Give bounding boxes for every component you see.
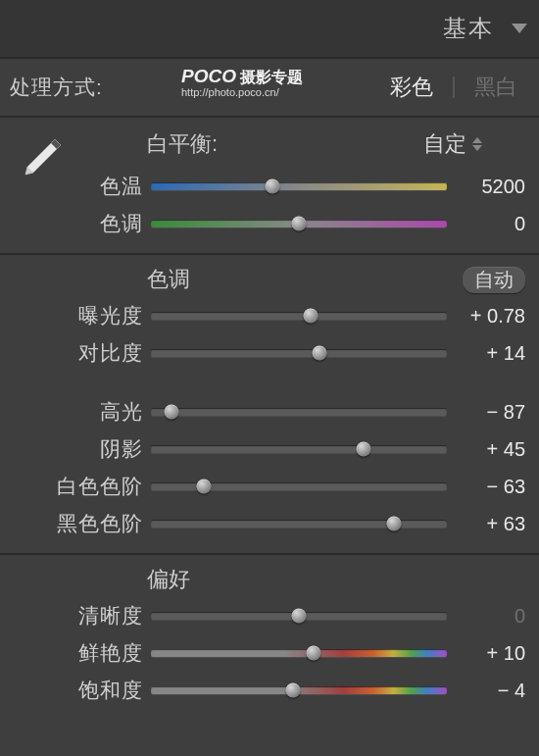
tone-label: 阴影 — [10, 435, 151, 463]
presence-knob[interactable] — [285, 683, 300, 698]
tone-slider-row: 对比度+ 14 — [10, 337, 525, 369]
value-temp[interactable]: 5200 — [447, 176, 525, 198]
knob-tint[interactable] — [292, 217, 307, 231]
tab-color[interactable]: 彩色 — [382, 73, 441, 102]
tone-knob[interactable] — [304, 309, 318, 324]
panel-header[interactable]: 基本 — [0, 0, 539, 59]
watermark: POCO摄影专题 http://photo.poco.cn/ — [181, 67, 303, 98]
tone-label: 白色色阶 — [10, 473, 151, 500]
tone-knob[interactable] — [165, 405, 179, 420]
tone-slider-row: 白色色阶− 63 — [10, 471, 525, 502]
presence-slider-row: 饱和度− 4 — [10, 675, 525, 706]
tone-knob[interactable] — [313, 346, 327, 361]
tone-label: 高光 — [10, 398, 151, 426]
wb-selected-value: 自定 — [423, 129, 466, 159]
basic-panel: 基本 处理方式: POCO摄影专题 http://photo.poco.cn/ … — [0, 0, 539, 756]
presence-value[interactable]: + 10 — [447, 642, 525, 665]
tone-label: 对比度 — [10, 339, 151, 367]
tone-section: 色调 自动 曝光度+ 0.78对比度+ 14高光− 87阴影+ 45白色色阶− … — [0, 255, 539, 555]
tone-value[interactable]: + 0.78 — [447, 305, 525, 328]
tone-value[interactable]: − 87 — [447, 401, 525, 424]
presence-knob[interactable] — [307, 646, 321, 661]
tone-track[interactable] — [151, 343, 447, 363]
watermark-sub: 摄影专题 — [240, 69, 303, 85]
tone-slider-row: 曝光度+ 0.78 — [10, 300, 525, 331]
slider-tint: 色调 0 — [10, 208, 525, 239]
tone-slider-row: 高光− 87 — [10, 396, 525, 428]
tone-slider-row: 阴影+ 45 — [10, 433, 525, 465]
presence-title: 偏好 — [147, 565, 190, 594]
tone-track[interactable] — [151, 514, 447, 533]
tone-knob[interactable] — [386, 517, 401, 531]
wb-label: 白平衡: — [147, 129, 218, 159]
tone-track[interactable] — [151, 477, 447, 496]
tone-track[interactable] — [151, 439, 447, 459]
wb-title-row: 白平衡: 自定 — [10, 127, 525, 161]
tone-value[interactable]: + 63 — [447, 513, 525, 535]
tone-track[interactable] — [151, 402, 447, 422]
slider-temp: 色温 5200 — [10, 171, 525, 202]
presence-label: 鲜艳度 — [10, 639, 151, 667]
eyedropper-icon[interactable] — [18, 135, 65, 182]
value-tint[interactable]: 0 — [447, 213, 525, 235]
wb-section: 白平衡: 自定 色温 5200 色调 — [0, 118, 539, 255]
knob-temp[interactable] — [265, 179, 279, 194]
presence-slider-row: 清晰度0 — [10, 600, 525, 631]
presence-track[interactable] — [151, 643, 447, 663]
label-tint: 色调 — [10, 210, 151, 237]
tone-value[interactable]: − 63 — [447, 476, 525, 498]
presence-knob[interactable] — [292, 609, 307, 624]
tone-knob[interactable] — [357, 442, 371, 457]
wb-select[interactable]: 自定 — [423, 129, 525, 159]
tone-track[interactable] — [151, 306, 447, 326]
presence-track[interactable] — [151, 606, 447, 626]
panel-title: 基本 — [443, 13, 494, 44]
presence-section: 偏好 清晰度0鲜艳度+ 10饱和度− 4 — [0, 555, 539, 720]
tab-bw[interactable]: 黑白 — [466, 73, 525, 102]
tone-label: 黑色色阶 — [10, 510, 151, 537]
presence-slider-row: 鲜艳度+ 10 — [10, 637, 525, 669]
presence-value[interactable]: − 4 — [447, 680, 525, 702]
tone-label: 曝光度 — [10, 302, 151, 329]
watermark-brand: POCO — [181, 66, 236, 86]
presence-value[interactable]: 0 — [447, 605, 525, 628]
treatment-label: 处理方式: — [10, 74, 103, 101]
track-temp[interactable] — [151, 176, 447, 196]
treatment-tabs: 彩色 黑白 — [382, 73, 525, 102]
tone-title: 色调 — [147, 265, 190, 294]
tone-slider-row: 黑色色阶+ 63 — [10, 508, 525, 539]
presence-track[interactable] — [151, 680, 447, 700]
treatment-row: 处理方式: POCO摄影专题 http://photo.poco.cn/ 彩色 … — [0, 59, 539, 118]
tone-knob[interactable] — [197, 479, 212, 494]
up-down-icon — [472, 137, 482, 151]
tone-value[interactable]: + 45 — [447, 438, 525, 461]
presence-header: 偏好 — [10, 565, 525, 594]
tab-separator — [453, 76, 455, 98]
tone-header: 色调 自动 — [10, 265, 525, 294]
tone-value[interactable]: + 14 — [447, 342, 525, 365]
presence-label: 饱和度 — [10, 677, 151, 704]
track-tint[interactable] — [151, 214, 447, 233]
disclosure-triangle-icon[interactable] — [512, 24, 527, 33]
watermark-url: http://photo.poco.cn/ — [181, 87, 303, 98]
auto-button[interactable]: 自动 — [463, 267, 525, 293]
presence-label: 清晰度 — [10, 602, 151, 630]
